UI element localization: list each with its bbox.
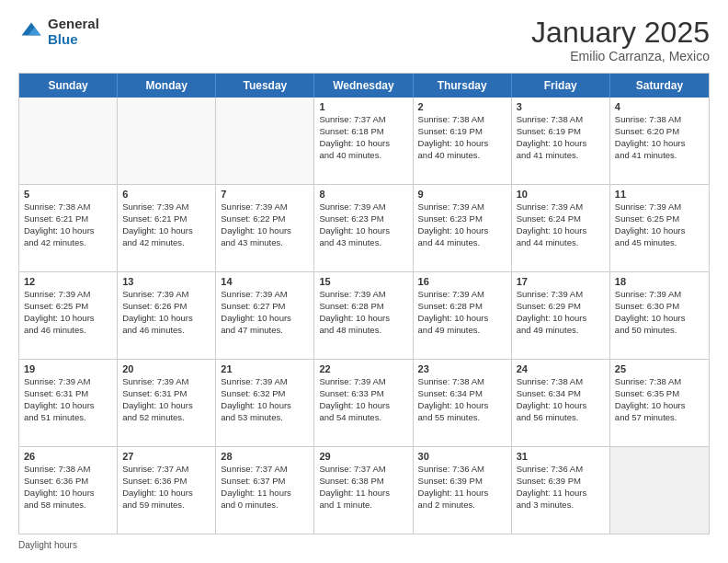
footer-text: Daylight hours: [18, 540, 77, 550]
cell-line: Daylight: 10 hours: [319, 313, 407, 325]
calendar-week-1: 1Sunrise: 7:37 AMSunset: 6:18 PMDaylight…: [19, 98, 709, 184]
cell-line: Sunrise: 7:38 AM: [24, 201, 112, 213]
cell-line: Sunrise: 7:39 AM: [418, 289, 506, 301]
calendar-cell: 4Sunrise: 7:38 AMSunset: 6:20 PMDaylight…: [610, 98, 709, 184]
cell-line: and 40 minutes.: [418, 150, 506, 162]
cell-line: Sunrise: 7:39 AM: [517, 201, 605, 213]
cell-line: Daylight: 10 hours: [319, 138, 407, 150]
cell-line: and 53 minutes.: [221, 412, 309, 424]
cell-line: and 51 minutes.: [24, 412, 112, 424]
header: General Blue January 2025 Emilio Carranz…: [18, 17, 710, 63]
day-number: 11: [615, 189, 704, 200]
calendar-cell: 2Sunrise: 7:38 AMSunset: 6:19 PMDaylight…: [414, 98, 512, 184]
page: General Blue January 2025 Emilio Carranz…: [0, 0, 728, 563]
col-header-monday: Monday: [118, 74, 216, 98]
cell-line: Sunrise: 7:38 AM: [24, 464, 112, 476]
cell-line: Sunset: 6:27 PM: [221, 301, 309, 313]
logo-general: General: [48, 16, 99, 31]
calendar-cell: 24Sunrise: 7:38 AMSunset: 6:34 PMDayligh…: [512, 360, 610, 446]
day-number: 26: [24, 451, 112, 462]
calendar-cell: 8Sunrise: 7:39 AMSunset: 6:23 PMDaylight…: [314, 185, 413, 271]
cell-line: and 52 minutes.: [122, 412, 210, 424]
calendar-subtitle: Emilio Carranza, Mexico: [531, 49, 710, 63]
day-number: 15: [319, 276, 407, 287]
calendar-cell: 20Sunrise: 7:39 AMSunset: 6:31 PMDayligh…: [118, 360, 216, 446]
cell-line: Daylight: 10 hours: [517, 225, 605, 237]
cell-line: Sunset: 6:34 PM: [418, 388, 506, 400]
cell-line: Sunset: 6:37 PM: [221, 476, 309, 488]
cell-line: Daylight: 10 hours: [615, 225, 704, 237]
day-number: 3: [517, 101, 605, 112]
calendar-week-3: 12Sunrise: 7:39 AMSunset: 6:25 PMDayligh…: [19, 271, 709, 359]
calendar-cell: 16Sunrise: 7:39 AMSunset: 6:28 PMDayligh…: [414, 272, 512, 359]
cell-line: and 58 minutes.: [24, 500, 112, 511]
cell-line: Daylight: 10 hours: [615, 400, 704, 412]
cell-line: Daylight: 10 hours: [24, 313, 112, 325]
cell-line: Daylight: 10 hours: [122, 225, 210, 237]
cell-line: Daylight: 10 hours: [615, 138, 704, 150]
logo-text: General Blue: [48, 17, 99, 47]
cell-line: Sunrise: 7:39 AM: [24, 289, 112, 301]
cell-line: Sunrise: 7:38 AM: [517, 114, 605, 126]
calendar-cell: 12Sunrise: 7:39 AMSunset: 6:25 PMDayligh…: [19, 272, 118, 359]
cell-line: Sunset: 6:18 PM: [319, 126, 407, 138]
day-number: 2: [418, 101, 506, 112]
day-number: 29: [319, 451, 407, 462]
cell-line: Sunrise: 7:39 AM: [122, 201, 210, 213]
cell-line: Daylight: 10 hours: [418, 138, 506, 150]
calendar-cell: [19, 98, 118, 184]
cell-line: Sunset: 6:31 PM: [122, 388, 210, 400]
cell-line: Daylight: 10 hours: [221, 400, 309, 412]
cell-line: Sunset: 6:38 PM: [319, 476, 407, 488]
cell-line: Sunset: 6:26 PM: [122, 301, 210, 313]
col-header-friday: Friday: [512, 74, 610, 98]
cell-line: and 56 minutes.: [517, 412, 605, 424]
cell-line: Sunrise: 7:38 AM: [517, 376, 605, 388]
day-number: 22: [319, 363, 407, 374]
cell-line: Sunrise: 7:39 AM: [615, 201, 704, 213]
calendar-cell: 5Sunrise: 7:38 AMSunset: 6:21 PMDaylight…: [19, 185, 118, 271]
day-number: 13: [122, 276, 210, 287]
col-header-wednesday: Wednesday: [314, 74, 413, 98]
cell-line: Daylight: 10 hours: [418, 313, 506, 325]
day-number: 31: [517, 451, 605, 462]
day-number: 14: [221, 276, 309, 287]
cell-line: and 46 minutes.: [122, 325, 210, 337]
cell-line: Daylight: 11 hours: [418, 488, 506, 500]
cell-line: Sunrise: 7:39 AM: [615, 289, 704, 301]
calendar-cell: [610, 447, 709, 534]
calendar-cell: 31Sunrise: 7:36 AMSunset: 6:39 PMDayligh…: [512, 447, 610, 534]
calendar-week-5: 26Sunrise: 7:38 AMSunset: 6:36 PMDayligh…: [19, 446, 709, 534]
calendar-cell: 13Sunrise: 7:39 AMSunset: 6:26 PMDayligh…: [118, 272, 216, 359]
cell-line: Sunset: 6:19 PM: [517, 126, 605, 138]
cell-line: and 1 minute.: [319, 500, 407, 511]
col-header-saturday: Saturday: [610, 74, 709, 98]
calendar-cell: 21Sunrise: 7:39 AMSunset: 6:32 PMDayligh…: [216, 360, 314, 446]
calendar-cell: 11Sunrise: 7:39 AMSunset: 6:25 PMDayligh…: [610, 185, 709, 271]
cell-line: Daylight: 10 hours: [319, 225, 407, 237]
cell-line: and 3 minutes.: [517, 500, 605, 511]
cell-line: Sunrise: 7:39 AM: [221, 201, 309, 213]
calendar-cell: 27Sunrise: 7:37 AMSunset: 6:36 PMDayligh…: [118, 447, 216, 534]
cell-line: and 57 minutes.: [615, 412, 704, 424]
cell-line: Sunrise: 7:37 AM: [221, 464, 309, 476]
day-number: 12: [24, 276, 112, 287]
calendar-body: 1Sunrise: 7:37 AMSunset: 6:18 PMDaylight…: [19, 98, 709, 534]
cell-line: Daylight: 11 hours: [221, 488, 309, 500]
cell-line: Sunrise: 7:39 AM: [319, 376, 407, 388]
day-number: 17: [517, 276, 605, 287]
cell-line: Sunset: 6:33 PM: [319, 388, 407, 400]
day-number: 6: [122, 189, 210, 200]
cell-line: Sunrise: 7:38 AM: [418, 114, 506, 126]
calendar-week-4: 19Sunrise: 7:39 AMSunset: 6:31 PMDayligh…: [19, 359, 709, 446]
cell-line: Sunrise: 7:39 AM: [221, 376, 309, 388]
calendar: SundayMondayTuesdayWednesdayThursdayFrid…: [18, 73, 710, 534]
cell-line: Sunrise: 7:39 AM: [319, 289, 407, 301]
calendar-cell: 18Sunrise: 7:39 AMSunset: 6:30 PMDayligh…: [610, 272, 709, 359]
cell-line: Sunrise: 7:39 AM: [517, 289, 605, 301]
day-number: 20: [122, 363, 210, 374]
day-number: 21: [221, 363, 309, 374]
cell-line: Sunrise: 7:39 AM: [24, 376, 112, 388]
cell-line: and 43 minutes.: [319, 237, 407, 249]
cell-line: Sunset: 6:30 PM: [615, 301, 704, 313]
